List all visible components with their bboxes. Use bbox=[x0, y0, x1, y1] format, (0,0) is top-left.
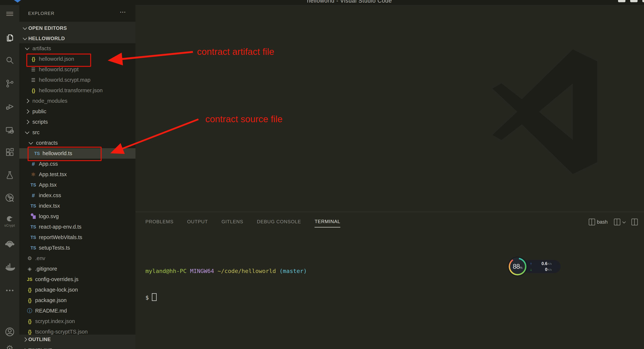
js-icon: JS bbox=[26, 277, 34, 282]
open-editors-section[interactable]: OPEN EDITORS bbox=[19, 24, 136, 33]
tree-item-label: .gitignore bbox=[35, 266, 57, 272]
panel-tab-debug-console[interactable]: DEBUG CONSOLE bbox=[257, 216, 301, 227]
css-icon: # bbox=[29, 161, 37, 167]
window-control-icon[interactable] bbox=[642, 0, 644, 2]
sidebar-item-search[interactable] bbox=[0, 53, 19, 67]
chevron-down-icon bbox=[25, 46, 29, 50]
json-icon: {} bbox=[26, 287, 34, 292]
tree-file-index.css[interactable]: #index.css bbox=[19, 190, 136, 201]
terminal-path: ~/code/helloworld bbox=[218, 268, 276, 274]
settings-button[interactable]: ⚙ bbox=[0, 343, 19, 349]
sidebar-item-gitlens[interactable] bbox=[0, 191, 19, 205]
tree-file-helloworld.transformer.json[interactable]: {}helloworld.transformer.json bbox=[19, 85, 136, 96]
tree-file-helloworld.json[interactable]: {}helloworld.json bbox=[19, 54, 136, 64]
sidebar-item-explorer[interactable] bbox=[0, 31, 19, 45]
json-icon: {} bbox=[26, 298, 34, 303]
terminal-output[interactable]: myland@hh-PC MINGW64 ~/code/helloworld (… bbox=[146, 249, 307, 320]
chevron-right-icon bbox=[25, 120, 29, 124]
window-control-icon[interactable] bbox=[618, 0, 626, 2]
tree-file-index.tsx[interactable]: TSindex.tsx bbox=[19, 201, 136, 211]
tree-item-label: setupTests.ts bbox=[39, 245, 70, 251]
timeline-section[interactable]: TIMELINE bbox=[19, 346, 136, 349]
tree-item-label: package.json bbox=[35, 297, 67, 303]
annotation-artifact-file: contract artifact file bbox=[197, 46, 274, 57]
panel-controls: bash bbox=[589, 216, 644, 228]
tree-file-App.tsx[interactable]: TSApp.tsx bbox=[19, 180, 136, 190]
sidebar-item-scrypt[interactable]: sCrypt bbox=[0, 214, 19, 228]
tree-folder-contracts[interactable]: contracts bbox=[19, 138, 136, 148]
chevron-right-icon bbox=[25, 109, 29, 114]
tree-folder-artifacts[interactable]: artifacts bbox=[19, 43, 136, 54]
project-section[interactable]: HELLOWORLD bbox=[19, 34, 136, 43]
tree-file-reportWebVitals.ts[interactable]: TSreportWebVitals.ts bbox=[19, 232, 136, 242]
sidebar-item-shell-assistant[interactable] bbox=[0, 237, 19, 251]
tree-file-logo.svg[interactable]: logo.svg bbox=[19, 211, 136, 222]
upload-arrow-icon: ↑ bbox=[530, 262, 536, 266]
chevron-down-icon bbox=[622, 220, 626, 223]
tree-file-helloworld.scrypt[interactable]: ☰helloworld.scrypt bbox=[19, 64, 136, 75]
debug-icon bbox=[5, 102, 15, 112]
sidebar-more-actions-button[interactable]: ⋯ bbox=[120, 8, 126, 16]
terminal-env: MINGW64 bbox=[190, 268, 214, 274]
explorer-files-icon bbox=[5, 33, 15, 43]
tree-item-label: index.css bbox=[39, 192, 61, 198]
tree-file-helloworld.ts[interactable]: TShelloworld.ts bbox=[19, 148, 136, 159]
sidebar-item-remote-explorer[interactable] bbox=[0, 123, 19, 137]
sidebar-title: EXPLORER bbox=[28, 11, 54, 16]
tree-item-label: logo.svg bbox=[39, 213, 59, 220]
more-views-button[interactable] bbox=[0, 284, 19, 298]
window-title: helloworld - Visual Studio Code bbox=[307, 0, 392, 4]
sidebar-item-docker[interactable] bbox=[0, 260, 19, 274]
window-control-icon[interactable] bbox=[630, 0, 638, 2]
extensions-icon bbox=[5, 148, 15, 158]
tree-file-helloworld.scrypt.map[interactable]: ☰helloworld.scrypt.map bbox=[19, 75, 136, 85]
chevron-down-icon bbox=[28, 140, 33, 144]
tree-folder-node_modules[interactable]: node_modules bbox=[19, 96, 136, 106]
shell-label: bash bbox=[597, 219, 608, 225]
list-icon: ☰ bbox=[29, 67, 37, 72]
tree-file-App.test.tsx[interactable]: ⚛App.test.tsx bbox=[19, 169, 136, 180]
scrypt-dragon-icon bbox=[5, 215, 14, 223]
tree-item-label: .env bbox=[35, 255, 45, 262]
tree-item-label: src bbox=[32, 130, 40, 136]
timeline-label: TIMELINE bbox=[28, 348, 52, 349]
tree-file-config-overrides.js[interactable]: JSconfig-overrides.js bbox=[19, 274, 136, 284]
tree-folder-public[interactable]: public bbox=[19, 106, 136, 117]
panel-tab-output[interactable]: OUTPUT bbox=[187, 216, 208, 227]
tree-file-scrypt.index.json[interactable]: {}scrypt.index.json bbox=[19, 316, 136, 326]
sidebar-item-run-debug[interactable] bbox=[0, 100, 19, 114]
panel-tab-gitlens[interactable]: GITLENS bbox=[222, 216, 243, 227]
editor-area bbox=[136, 5, 644, 212]
split-terminal-button[interactable] bbox=[614, 219, 625, 225]
tree-folder-scripts[interactable]: scripts bbox=[19, 117, 136, 127]
search-icon bbox=[5, 55, 15, 65]
tree-file-setupTests.ts[interactable]: TSsetupTests.ts bbox=[19, 242, 136, 253]
tree-file-react-app-env.d.ts[interactable]: TSreact-app-env.d.ts bbox=[19, 222, 136, 232]
tree-folder-src[interactable]: src bbox=[19, 127, 136, 138]
account-button[interactable] bbox=[0, 325, 19, 339]
tree-file-package.json[interactable]: {}package.json bbox=[19, 295, 136, 306]
tree-item-label: config-overrides.js bbox=[35, 276, 78, 282]
panel-tab-problems[interactable]: PROBLEMS bbox=[146, 216, 174, 227]
sidebar-item-extensions[interactable] bbox=[0, 146, 19, 160]
terminal-instance[interactable]: bash bbox=[589, 219, 608, 225]
sidebar-item-source-control[interactable] bbox=[0, 76, 19, 90]
panel-tab-terminal[interactable]: TERMINAL bbox=[314, 216, 340, 228]
tree-file-package-lock.json[interactable]: {}package-lock.json bbox=[19, 284, 136, 295]
tree-file-App.css[interactable]: #App.css bbox=[19, 159, 136, 169]
gear-icon: ⚙ bbox=[6, 344, 14, 349]
tree-item-label: helloworld.scrypt.map bbox=[39, 77, 90, 83]
sidebar-item-testing[interactable] bbox=[0, 168, 19, 182]
gitlens-icon bbox=[4, 193, 15, 203]
upload-speed-row: ↑ 0.6 K/s bbox=[530, 261, 560, 266]
beaker-icon bbox=[5, 170, 15, 180]
chevron-right-icon bbox=[23, 337, 27, 342]
outline-section[interactable]: OUTLINE bbox=[19, 335, 136, 344]
tree-item-label: scrypt.index.json bbox=[35, 318, 75, 324]
tree-file-.env[interactable]: ⚙.env bbox=[19, 253, 136, 264]
menu-button[interactable] bbox=[0, 7, 19, 21]
tree-file-README.md[interactable]: ⓘREADME.md bbox=[19, 306, 136, 316]
chevron-down-icon bbox=[23, 26, 27, 30]
tree-file-.gitignore[interactable]: ◈.gitignore bbox=[19, 264, 136, 274]
panel-layout-button[interactable] bbox=[632, 219, 638, 225]
